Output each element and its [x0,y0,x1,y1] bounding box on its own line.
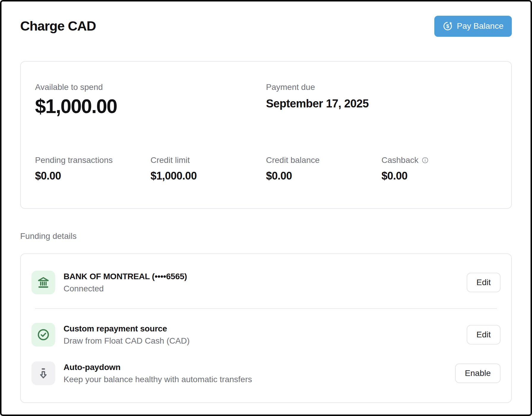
bank-status: Connected [64,284,187,293]
edit-bank-button[interactable]: Edit [467,273,501,292]
auto-paydown-title: Auto-paydown [64,363,252,372]
funding-row-repayment-source: Custom repayment source Draw from Float … [31,323,501,347]
stat-value: $0.00 [381,170,497,182]
page-title: Charge CAD [20,18,96,34]
bank-title: BANK OF MONTREAL (••••6565) [64,272,187,281]
stat-label: Pending transactions [35,155,113,165]
summary-card: Available to spend $1,000.00 Payment due… [20,61,512,209]
edit-repayment-button[interactable]: Edit [467,325,501,344]
funding-row-auto-paydown: Auto-paydown Keep your balance healthy w… [31,361,501,385]
stat-label: Credit limit [151,155,190,165]
payment-due-block: Payment due September 17, 2025 [266,82,497,118]
payment-due-label: Payment due [266,82,497,92]
funding-row-bank: BANK OF MONTREAL (••••6565) Connected Ed… [31,271,501,294]
auto-paydown-subtitle: Keep your balance healthy with automatic… [64,375,252,384]
info-icon[interactable] [422,157,429,164]
dollar-refresh-icon: $ [443,21,453,31]
funding-details-label: Funding details [20,231,512,241]
available-to-spend-block: Available to spend $1,000.00 [35,82,266,118]
stat-credit-balance: Credit balance $0.00 [266,155,381,182]
stat-cashback: Cashback $0.00 [381,155,497,182]
stat-pending-transactions: Pending transactions $0.00 [35,155,151,182]
auto-paydown-icon [31,361,55,385]
funding-card: BANK OF MONTREAL (••••6565) Connected Ed… [20,253,512,403]
available-to-spend-label: Available to spend [35,82,266,92]
available-to-spend-value: $1,000.00 [35,95,266,118]
stat-label: Cashback [381,155,419,165]
check-circle-icon [31,323,55,347]
page: Charge CAD $ Pay Balance Available to sp… [1,1,531,403]
pay-balance-label: Pay Balance [457,21,504,31]
stat-value: $0.00 [35,170,151,182]
enable-auto-paydown-button[interactable]: Enable [455,363,501,383]
stat-label: Credit balance [266,155,320,165]
stat-credit-limit: Credit limit $1,000.00 [151,155,266,182]
bank-icon [31,271,55,294]
stat-value: $1,000.00 [151,170,266,182]
pay-balance-button[interactable]: $ Pay Balance [434,16,512,37]
repayment-source-title: Custom repayment source [64,324,190,334]
header: Charge CAD $ Pay Balance [20,15,512,37]
svg-text:$: $ [446,23,449,29]
repayment-source-subtitle: Draw from Float CAD Cash (CAD) [64,336,190,346]
payment-due-value: September 17, 2025 [266,97,497,110]
stat-value: $0.00 [266,170,381,182]
divider [35,308,497,309]
